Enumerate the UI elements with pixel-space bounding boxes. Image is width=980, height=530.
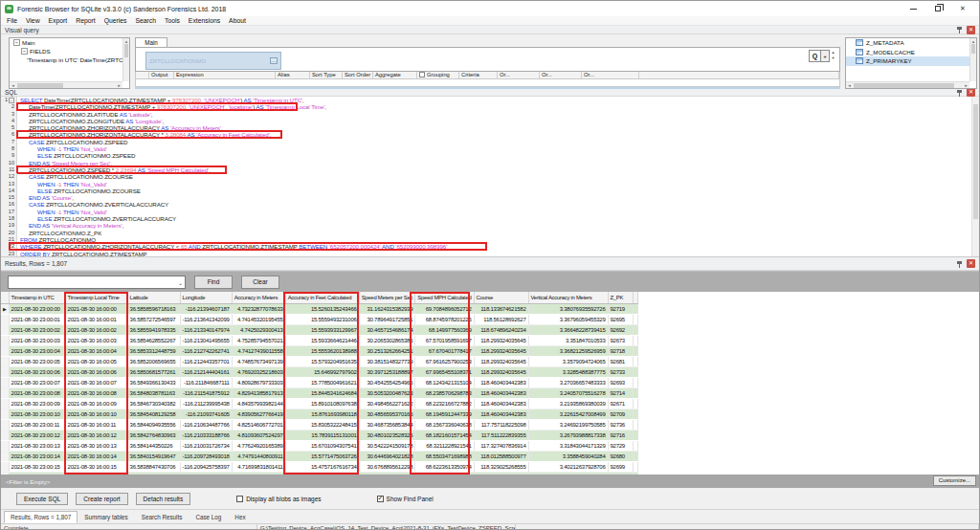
column-header-latitude[interactable]: Latitude — [127, 292, 180, 303]
sql-line[interactable]: 16CASE ZRTCLLOCATIONMO.ZVERTICALACCURACY — [1, 201, 979, 208]
table-cell[interactable]: 15.8305322248415 — [285, 419, 359, 430]
sql-line[interactable]: 15END AS 'Course', — [1, 194, 979, 201]
table-cell[interactable]: 68.1945912447339 — [415, 409, 474, 419]
table-cell[interactable]: 3.36648228739415 — [528, 324, 608, 335]
table-cell[interactable]: 3.27036657483333 — [528, 377, 608, 387]
scroll-left-icon[interactable]: ◂ — [846, 82, 853, 89]
table-cell[interactable]: 68.6223613350974 — [415, 461, 474, 472]
table-cell[interactable]: 2021-08-30 16:00:06 — [65, 366, 127, 377]
table-cell[interactable]: 118.133674621582 — [474, 303, 528, 314]
table-cell[interactable]: -116.21394607187 — [180, 303, 232, 314]
table-cell[interactable]: 15.5553620138988 — [285, 345, 359, 356]
create-report-button[interactable]: Create report — [76, 493, 127, 505]
table-cell[interactable]: 30.4984562271622 — [359, 398, 415, 409]
table-cell[interactable]: 4.82941385817913 — [232, 387, 285, 398]
table-cell[interactable]: 118.299324035645 — [474, 366, 528, 377]
table-cell[interactable]: -116.210333188766 — [180, 430, 232, 440]
table-cell[interactable]: 30.3815148327739 — [359, 356, 415, 366]
table-cell[interactable]: 36.5853312448759 — [127, 345, 180, 356]
table-cell[interactable]: 3.24057075516278 — [528, 387, 608, 398]
scroll-left-icon[interactable]: ◂ — [10, 82, 16, 89]
table-cell[interactable]: 2021-08-30 16:00:15 — [65, 461, 127, 472]
table-cell[interactable]: 92714 — [608, 387, 633, 398]
table-cell[interactable]: 30.4687356853844 — [359, 419, 415, 430]
table-cell[interactable]: 118.460403442383 — [474, 377, 528, 387]
table-cell[interactable]: 4.74127439011558 — [232, 345, 285, 356]
column-header-longitude[interactable]: Longitude — [180, 292, 232, 303]
table-cell[interactable]: 117.757118225098 — [474, 419, 528, 430]
table-cell[interactable]: -116.209425758397 — [180, 461, 232, 472]
table-cell[interactable]: 4.80928679733303 — [232, 377, 285, 387]
table-cell[interactable]: -116.210634487766 — [180, 419, 232, 430]
fold-icon[interactable]: − — [9, 98, 14, 103]
row-marker[interactable] — [1, 314, 9, 324]
table-cell[interactable]: 68.2385706298783 — [415, 387, 474, 398]
table-cell[interactable]: 15.7785004961621 — [285, 377, 359, 387]
column-header-accuracy-in-meters[interactable]: Accuracy in Meters — [232, 292, 285, 303]
collapse-icon[interactable]: − — [13, 39, 20, 46]
table-cell[interactable]: 2021-08-30 23:00:15 — [9, 461, 65, 472]
designer-column-sort-order[interactable]: Sort Order — [343, 72, 373, 78]
table-cell[interactable]: 4.74857673497139 — [232, 356, 285, 366]
find-input[interactable]: ⌄ — [8, 276, 186, 289]
menu-item-view[interactable]: View — [26, 17, 40, 24]
designer-column-alias[interactable]: Alias — [276, 72, 310, 78]
table-cell[interactable]: 36.5844094935556 — [127, 419, 180, 430]
table-cell[interactable]: 118.299324035645 — [474, 345, 528, 356]
table-cell[interactable]: 3.38076935592726 — [528, 303, 608, 314]
table-cell[interactable]: 2021-08-30 23:00:03 — [9, 335, 65, 345]
table-cell[interactable]: 92671 — [608, 398, 633, 409]
row-marker[interactable] — [1, 409, 9, 419]
column-header-z_pk[interactable]: Z_PK — [608, 292, 633, 303]
sql-editor[interactable]: 1−SELECT DateTime(ZRTCLLOCATIONMO.ZTIMES… — [1, 97, 979, 257]
table-cell[interactable]: 4.81093607524297 — [232, 430, 285, 440]
table-cell[interactable]: 15.5793204951635 — [285, 356, 359, 366]
table-cell[interactable]: 68.2232166727882 — [415, 398, 474, 409]
table-cell[interactable]: 118.460403442383 — [474, 398, 528, 409]
table-cell[interactable]: 92695 — [608, 314, 633, 324]
sql-line[interactable]: 21FROM ZRTCLLOCATIONMO — [1, 236, 979, 243]
row-marker[interactable] — [1, 398, 9, 409]
table-cell[interactable]: 2021-08-30 16:00:01 — [65, 314, 127, 324]
table-cell[interactable]: 92692 — [608, 324, 633, 335]
table-cell[interactable]: 15.4757167616734 — [285, 461, 359, 472]
table-cell[interactable]: 4.76920325218603 — [232, 366, 285, 377]
table-cell[interactable]: 67.5701958591697 — [415, 335, 474, 345]
table-cell[interactable]: 15.5559493231006 — [285, 314, 359, 324]
table-cell[interactable]: 30.3971253188897 — [359, 366, 415, 377]
find-button[interactable]: Find — [194, 276, 233, 289]
sql-line[interactable]: 23ORDER BY ZRTCLLOCATIONMO.ZTIMESTAMP — [1, 251, 979, 257]
table-cell[interactable]: 15.5260135243466 — [285, 303, 359, 314]
table-cell[interactable]: 92736 — [608, 419, 633, 430]
table-cell[interactable]: 92719 — [608, 303, 633, 314]
menu-item-extensions[interactable]: Extensions — [189, 17, 220, 24]
close-panel-icon[interactable]: ✕ — [967, 26, 975, 34]
row-marker[interactable] — [1, 345, 9, 356]
table-cell[interactable]: 68.1821601571454 — [415, 430, 474, 440]
sql-line[interactable]: 5ZRTCLLOCATIONMO.ZHORIZONTALACCURACY AS … — [1, 124, 979, 131]
table-cell[interactable]: 36.5845408129258 — [127, 409, 180, 419]
menu-item-search[interactable]: Search — [135, 17, 156, 24]
table-cell[interactable]: 92693 — [608, 377, 633, 387]
table-cell[interactable]: 36.5854628552267 — [127, 335, 180, 345]
table-cell[interactable]: 4.82514606772701 — [232, 419, 285, 430]
row-marker[interactable] — [1, 324, 9, 335]
table-cell[interactable]: 2021-08-30 16:00:10 — [65, 409, 127, 419]
sql-line[interactable]: 10END AS 'Speed Meters per Sec', — [1, 160, 979, 166]
tree-vertical-scrollbar[interactable]: ▴ — [122, 38, 129, 81]
table-cell[interactable]: 68.149977560369 — [415, 324, 474, 335]
table-cell[interactable]: 36.5849366130433 — [127, 377, 180, 387]
table-cell[interactable]: -116.212742262741 — [180, 345, 232, 356]
designer-column-expression[interactable]: Expression — [174, 72, 276, 78]
table-cell[interactable]: 2021-08-30 23:00:06 — [9, 366, 65, 377]
table-cell[interactable]: 4.83905627766419 — [232, 409, 285, 419]
table-cell[interactable]: 15.646992797902 — [285, 366, 359, 377]
execute-sql-button[interactable]: Execute SQL — [16, 493, 68, 505]
designer-column-or-[interactable]: Or... — [498, 72, 540, 78]
sql-line[interactable]: 6ZRTCLLOCATIONMO.ZHORIZONTALACCURACY * 3… — [1, 131, 979, 138]
table-cell[interactable]: 2021-08-30 23:00:04 — [9, 345, 65, 356]
table-cell[interactable]: 67.9965455108371 — [415, 366, 474, 377]
menu-item-export[interactable]: Export — [49, 17, 68, 24]
table-cell[interactable]: 3.351847010533 — [528, 335, 608, 345]
column-header-timestamp-local-time[interactable]: Timestamp Local Time — [65, 292, 127, 303]
